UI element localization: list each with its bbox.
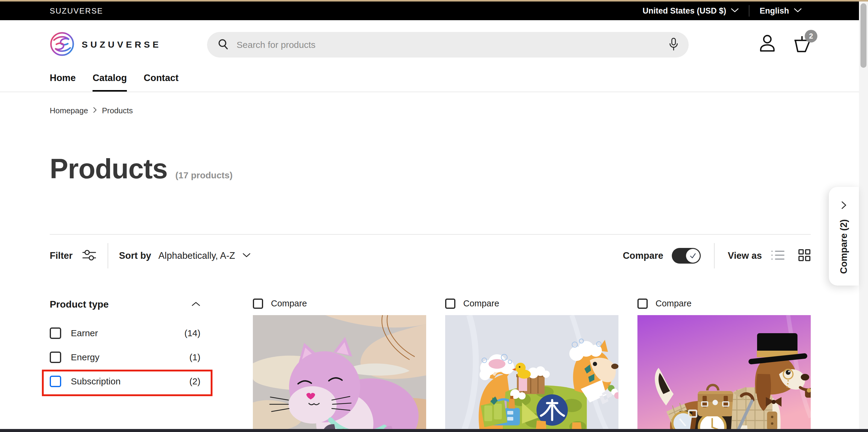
product-card: Compare xyxy=(638,299,811,429)
language-selector-label: English xyxy=(760,6,789,16)
filter-sidebar: Product type Earner (14) Energy (1) xyxy=(50,299,200,429)
cart-count-badge: 2 xyxy=(805,30,817,42)
store-logo-text: SUZUVERSE xyxy=(82,39,161,50)
compare-checkbox[interactable] xyxy=(253,299,263,309)
search-input[interactable] xyxy=(237,40,661,50)
earner-checkbox[interactable] xyxy=(50,328,61,339)
sort-by-dropdown[interactable]: Sort by Alphabetically, A-Z xyxy=(119,250,251,261)
earner-count: (14) xyxy=(184,328,200,338)
breadcrumb: Homepage Products xyxy=(50,106,868,115)
compare-toggle-knob xyxy=(686,249,700,263)
compare-drawer-label: Compare (2) xyxy=(838,219,849,274)
product-card: Compare xyxy=(445,299,618,429)
site-header: SUZUVERSE 2 xyxy=(0,20,868,67)
top-accent-line xyxy=(0,0,868,1)
breadcrumb-current: Products xyxy=(102,106,133,115)
catalog-content: Product type Earner (14) Energy (1) xyxy=(0,277,868,429)
grid-view-icon[interactable] xyxy=(798,249,811,263)
card-compare-row: Compare xyxy=(253,299,426,309)
product-type-title: Product type xyxy=(50,299,109,310)
sort-by-value: Alphabetically, A-Z xyxy=(158,250,235,261)
main-nav: Home Catalog Contact xyxy=(0,67,868,92)
chevron-down-icon xyxy=(794,8,802,14)
product-image-pink-cat[interactable] xyxy=(253,315,426,429)
announcement-brand: SUZUVERSE xyxy=(50,6,103,16)
title-row: Products (17 products) xyxy=(50,155,868,184)
filter-sort-toolbar: Filter Sort by Alphabetically, A-Z Compa… xyxy=(50,235,811,277)
microphone-icon[interactable] xyxy=(669,38,678,52)
nav-item-catalog[interactable]: Catalog xyxy=(93,71,127,92)
energy-label[interactable]: Energy xyxy=(71,352,99,362)
sliders-filter-icon xyxy=(82,249,97,263)
scrollbar-thumb[interactable] xyxy=(861,3,867,68)
cart-basket-icon xyxy=(792,48,811,54)
breadcrumb-chevron-icon xyxy=(93,106,97,115)
filter-button-label: Filter xyxy=(50,250,73,261)
earner-label[interactable]: Earner xyxy=(71,328,98,338)
energy-count: (1) xyxy=(189,352,200,362)
announcement-bar: SUZUVERSE United States (USD $) English xyxy=(0,1,868,20)
filter-option-energy: Energy (1) xyxy=(50,352,200,363)
announcement-divider xyxy=(749,5,749,16)
compare-checkbox[interactable] xyxy=(638,299,648,309)
cart-button[interactable]: 2 xyxy=(792,35,811,54)
toolbar-vertical-divider xyxy=(714,243,715,268)
filter-option-earner: Earner (14) xyxy=(50,328,200,339)
chevron-right-icon xyxy=(841,201,847,211)
filter-button[interactable]: Filter xyxy=(50,249,97,263)
page-title: Products xyxy=(50,155,167,184)
compare-checkbox-label: Compare xyxy=(271,299,307,308)
chevron-down-icon xyxy=(242,253,251,259)
compare-checkbox-label: Compare xyxy=(655,299,691,308)
card-compare-row: Compare xyxy=(638,299,811,309)
storefront-page: SUZUVERSE United States (USD $) English xyxy=(0,0,868,432)
list-view-icon[interactable] xyxy=(771,250,785,262)
product-type-section-header[interactable]: Product type xyxy=(50,299,200,310)
region-selector-label: United States (USD $) xyxy=(643,6,726,16)
product-grid: Compare xyxy=(253,299,811,429)
product-image-shiba-dog-bath[interactable] xyxy=(445,315,618,429)
store-logo[interactable]: SUZUVERSE xyxy=(50,32,161,58)
nav-item-contact[interactable]: Contact xyxy=(144,71,179,92)
product-card: Compare xyxy=(253,299,426,429)
toolbar-vertical-divider xyxy=(107,243,108,268)
toolbar-left: Filter Sort by Alphabetically, A-Z xyxy=(50,243,251,268)
browser-scrollbar xyxy=(859,1,868,432)
announcement-selectors: United States (USD $) English xyxy=(643,5,802,16)
person-icon xyxy=(758,48,776,54)
view-as-label: View as xyxy=(728,250,762,261)
suzuverse-logo-icon xyxy=(50,32,74,58)
product-image-beagle-gentleman[interactable] xyxy=(638,315,811,429)
compare-toggle-label: Compare xyxy=(623,250,663,261)
breadcrumb-homepage[interactable]: Homepage xyxy=(50,106,88,115)
region-selector[interactable]: United States (USD $) xyxy=(643,6,739,16)
chevron-up-icon xyxy=(191,301,200,308)
energy-checkbox[interactable] xyxy=(50,352,61,363)
product-type-options: Earner (14) Energy (1) Subscription (2) xyxy=(50,328,200,387)
compare-drawer-tab[interactable]: Compare (2) xyxy=(829,187,859,286)
subscription-label[interactable]: Subscription xyxy=(71,376,121,387)
compare-checkbox[interactable] xyxy=(445,299,456,309)
filter-option-subscription: Subscription (2) xyxy=(50,376,200,387)
search-icon[interactable] xyxy=(217,38,229,52)
product-count: (17 products) xyxy=(176,170,233,180)
language-selector[interactable]: English xyxy=(760,6,802,16)
sort-by-label: Sort by xyxy=(119,250,151,261)
account-button[interactable] xyxy=(758,34,776,54)
nav-item-home[interactable]: Home xyxy=(50,71,76,92)
subscription-count: (2) xyxy=(189,376,200,387)
subscription-checkbox[interactable] xyxy=(50,376,61,387)
search-bar xyxy=(207,32,689,58)
toolbar-right: Compare View as xyxy=(623,243,811,268)
compare-toggle[interactable] xyxy=(672,248,701,264)
bottom-edge-bar xyxy=(0,429,868,432)
card-compare-row: Compare xyxy=(445,299,618,309)
compare-checkbox-label: Compare xyxy=(463,299,499,308)
chevron-down-icon xyxy=(731,8,739,14)
